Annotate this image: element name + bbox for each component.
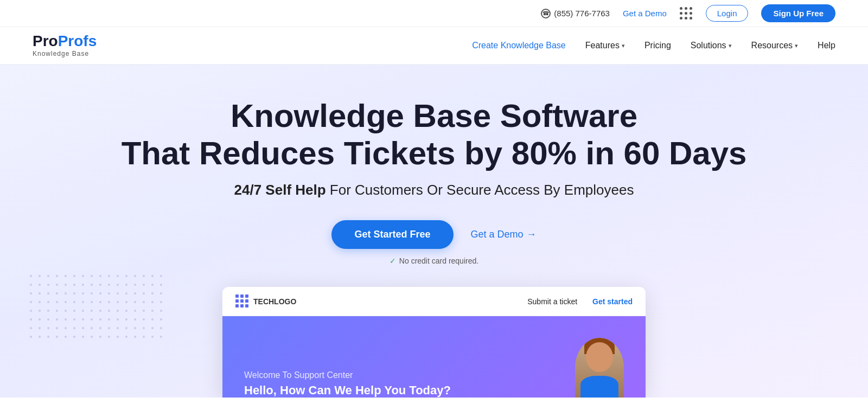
preview-container: TECHLOGO Submit a ticket Get started Wel… <box>222 287 646 398</box>
preview-window: TECHLOGO Submit a ticket Get started Wel… <box>222 287 646 398</box>
nav-links: Create Knowledge Base Features ▾ Pricing… <box>472 41 835 50</box>
nav-create-kb[interactable]: Create Knowledge Base <box>472 41 566 50</box>
preview-header: TECHLOGO Submit a ticket Get started <box>222 287 646 316</box>
phone-info: ☎ (855) 776-7763 <box>541 9 610 18</box>
hero-buttons: Get Started Free Get a Demo → <box>33 220 835 249</box>
grid-dot <box>685 7 687 10</box>
hero-title: Knowledge Base Software That Reduces Tic… <box>33 97 835 172</box>
nav-pricing[interactable]: Pricing <box>644 41 671 50</box>
get-started-button[interactable]: Get Started Free <box>331 220 453 249</box>
person-image <box>575 338 624 398</box>
get-demo-button[interactable]: Get a Demo → <box>471 229 537 240</box>
signup-button[interactable]: Sign Up Free <box>761 4 835 22</box>
grid-dot <box>690 12 692 15</box>
arrow-icon: → <box>527 229 537 240</box>
grid-dot <box>685 17 687 20</box>
logo-profs: Profs <box>58 33 97 49</box>
grid-dot <box>690 17 692 20</box>
grid-dot <box>680 12 682 15</box>
hero-section: (function() { const dp = document.queryS… <box>0 65 868 398</box>
grid-dot <box>680 7 682 10</box>
preview-header-right: Submit a ticket Get started <box>527 297 633 306</box>
person-face <box>586 342 613 372</box>
hero-subtitle: 24/7 Self Help For Customers Or Secure A… <box>33 182 835 198</box>
chevron-down-icon: ▾ <box>795 42 798 49</box>
phone-number: (855) 776-7763 <box>554 9 610 18</box>
dot-pattern-bg: (function() { const dp = document.queryS… <box>30 275 168 343</box>
no-credit-card-notice: ✓ No credit card required. <box>33 257 835 265</box>
checkmark-icon: ✓ <box>390 257 396 265</box>
preview-logo-icon <box>235 294 249 308</box>
nav-bar: ProProfs Knowledge Base Create Knowledge… <box>0 27 868 65</box>
preview-hero-text: Welcome To Support Center Hello, How Can… <box>244 370 451 398</box>
nav-resources[interactable]: Resources ▾ <box>751 41 798 50</box>
preview-logo: TECHLOGO <box>235 294 296 308</box>
nav-help[interactable]: Help <box>818 41 835 50</box>
grid-dot <box>685 12 687 15</box>
person-body <box>580 376 618 398</box>
top-bar: ☎ (855) 776-7763 Get a Demo Login Sign U… <box>0 0 868 27</box>
top-demo-link[interactable]: Get a Demo <box>623 9 667 18</box>
logo-subtitle: Knowledge Base <box>33 50 89 57</box>
grid-dot <box>680 17 682 20</box>
grid-icon <box>680 7 693 20</box>
preview-hero-banner: Welcome To Support Center Hello, How Can… <box>222 316 646 398</box>
logo: ProProfs Knowledge Base <box>33 34 97 57</box>
chevron-down-icon: ▾ <box>622 42 625 49</box>
preview-get-started: Get started <box>592 297 633 306</box>
grid-dot <box>690 7 692 10</box>
preview-submit-ticket: Submit a ticket <box>527 297 577 306</box>
login-button[interactable]: Login <box>706 5 749 22</box>
nav-solutions[interactable]: Solutions ▾ <box>691 41 732 50</box>
nav-features[interactable]: Features ▾ <box>585 41 625 50</box>
phone-icon: ☎ <box>541 9 551 18</box>
logo-pro: Pro <box>33 33 58 49</box>
chevron-down-icon: ▾ <box>729 42 732 49</box>
